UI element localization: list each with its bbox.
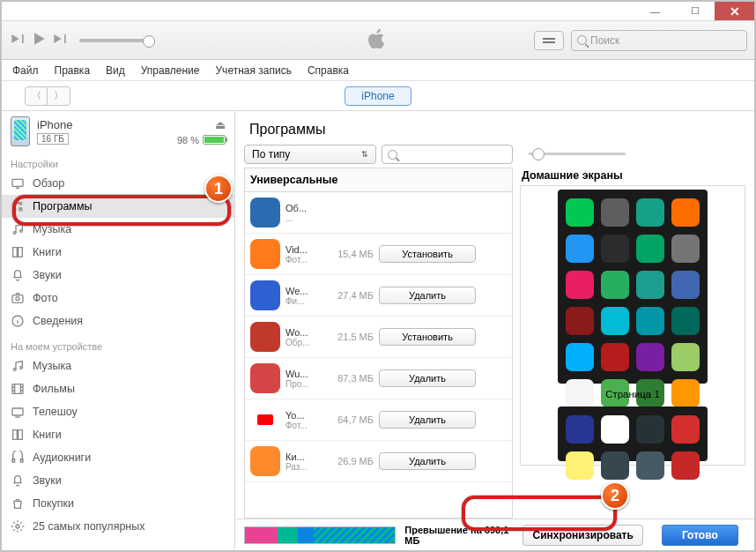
done-button[interactable]: Готово	[662, 525, 738, 546]
app-row[interactable]: Wo...Обр...21,5 МБУстановить	[245, 317, 512, 358]
homescreen-app-icon	[566, 343, 594, 371]
sidebar-item-tv[interactable]: Телешоу	[2, 400, 234, 423]
player-toolbar: Поиск	[2, 21, 754, 60]
battery-percent: 98 %	[177, 135, 199, 145]
sidebar-item-label: Покупки	[33, 497, 74, 510]
app-action-button[interactable]: Удалить	[379, 369, 476, 387]
search-input[interactable]: Поиск	[571, 30, 747, 51]
app-name: Wu...	[285, 369, 321, 379]
homescreen-app-icon	[671, 451, 700, 480]
app-size: 64,7 МБ	[326, 414, 374, 425]
homescreen-app-icon	[636, 271, 664, 299]
play-button[interactable]	[30, 30, 48, 51]
homescreen-app-icon	[671, 235, 700, 263]
menu-bar: Файл Правка Вид Управление Учетная запис…	[2, 60, 754, 81]
app-action-button[interactable]: Установить	[379, 328, 476, 346]
eject-button[interactable]: ⏏	[215, 118, 226, 131]
nav-forward-button[interactable]: 〉	[48, 86, 70, 106]
apps-search-input[interactable]	[382, 145, 513, 164]
sidebar-item-book[interactable]: Книги	[2, 241, 234, 264]
sort-dropdown[interactable]: По типу ⇅	[244, 145, 376, 164]
sidebar-item-bell[interactable]: Звуки	[2, 469, 234, 492]
app-subtitle: Фот...	[285, 255, 321, 265]
sidebar-item-bag[interactable]: Покупки	[2, 492, 234, 515]
app-row[interactable]: Wu...Про...87,3 МБУдалить	[245, 358, 512, 399]
sidebar-item-gear[interactable]: 25 самых популярных	[2, 515, 234, 538]
app-name: Vid...	[285, 244, 321, 255]
app-action-button[interactable]: Удалить	[379, 452, 476, 470]
sort-dropdown-label: По типу	[252, 148, 290, 160]
zoom-slider[interactable]	[520, 145, 745, 162]
app-action-button[interactable]: Удалить	[379, 287, 476, 304]
storage-segment	[314, 527, 395, 543]
homescreen-app-icon	[601, 235, 629, 263]
home-screen-page-1[interactable]	[558, 407, 708, 461]
sync-button[interactable]: Синхронизировать	[523, 525, 643, 546]
svg-point-4	[13, 232, 16, 235]
menu-edit[interactable]: Правка	[55, 64, 91, 77]
sidebar-item-film[interactable]: Фильмы	[2, 377, 234, 400]
homescreen-app-icon	[671, 415, 700, 444]
svg-point-7	[16, 297, 19, 301]
sidebar-item-label: Фото	[33, 292, 58, 304]
menu-view[interactable]: Вид	[106, 64, 125, 77]
device-scope-pill[interactable]: iPhone	[345, 86, 411, 106]
volume-slider[interactable]	[79, 39, 150, 42]
svg-point-2	[19, 202, 22, 205]
maximize-button[interactable]: ☐	[675, 2, 715, 20]
app-size: 26,9 МБ	[326, 456, 374, 466]
app-row[interactable]: Об......	[245, 192, 512, 234]
app-action-button[interactable]: Установить	[379, 245, 476, 263]
app-row[interactable]: Yo...Фот...64,7 МБУдалить	[245, 399, 512, 441]
homescreen-app-icon	[566, 415, 594, 444]
next-track-button[interactable]	[51, 30, 69, 51]
svg-point-10	[20, 367, 23, 369]
sidebar-item-display[interactable]: Обзор	[2, 172, 234, 195]
film-icon	[11, 382, 25, 396]
app-subtitle: Раз...	[285, 462, 321, 472]
sidebar-item-apps[interactable]: Программы	[2, 195, 234, 218]
info-icon	[11, 314, 25, 328]
apple-logo-icon	[368, 27, 388, 54]
app-name: Yo...	[285, 410, 321, 421]
app-icon	[250, 322, 280, 352]
list-view-button[interactable]	[534, 31, 564, 50]
sidebar-item-bell[interactable]: Звуки	[2, 264, 234, 287]
nav-back-button[interactable]: 〈	[25, 86, 48, 106]
app-icon	[250, 363, 280, 393]
menu-account[interactable]: Учетная запись	[216, 64, 292, 77]
sidebar-item-label: Музыка	[33, 223, 71, 235]
homescreen-app-icon	[601, 343, 629, 371]
sidebar-item-music[interactable]: Музыка	[2, 218, 234, 241]
music-icon	[11, 359, 25, 373]
svg-rect-12	[12, 408, 23, 415]
sidebar-item-label: Телешоу	[33, 406, 78, 418]
app-list[interactable]: Об......Vid...Фот...15,4 МБУстановитьWe.…	[244, 191, 513, 518]
close-button[interactable]: ✕	[715, 2, 754, 20]
sidebar-item-camera[interactable]: Фото	[2, 287, 234, 310]
sidebar-item-info[interactable]: Сведения	[2, 310, 234, 332]
app-row[interactable]: Ки...Раз...26,9 МБУдалить	[245, 441, 512, 482]
svg-rect-6	[12, 295, 23, 303]
app-icon	[250, 446, 280, 476]
sidebar-item-audiobook[interactable]: Аудиокниги	[2, 446, 234, 469]
app-action-button[interactable]: Удалить	[379, 411, 476, 429]
app-subtitle: Фи...	[285, 296, 321, 306]
menu-controls[interactable]: Управление	[141, 64, 200, 77]
homescreen-app-icon	[671, 343, 700, 371]
svg-point-3	[13, 208, 16, 211]
app-name: Об...	[285, 203, 321, 213]
sidebar-item-label: Книги	[33, 429, 62, 441]
app-row[interactable]: Vid...Фот...15,4 МБУстановить	[245, 234, 512, 275]
page-title: Программы	[235, 111, 754, 145]
app-row[interactable]: We...Фи...27,4 МБУдалить	[245, 275, 512, 317]
homescreen-app-icon	[601, 415, 629, 444]
sidebar-item-music[interactable]: Музыка	[2, 354, 234, 377]
home-screen-main[interactable]	[558, 190, 708, 384]
minimize-button[interactable]: —	[635, 2, 675, 20]
sidebar-item-book[interactable]: Книги	[2, 423, 234, 446]
prev-track-button[interactable]	[9, 30, 26, 51]
menu-help[interactable]: Справка	[308, 64, 349, 77]
svg-point-9	[13, 369, 16, 371]
menu-file[interactable]: Файл	[12, 64, 39, 77]
